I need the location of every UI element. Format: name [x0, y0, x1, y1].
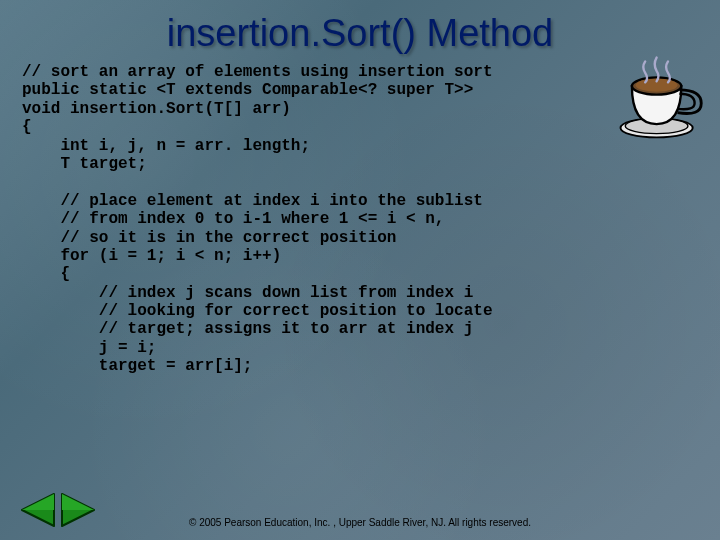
prev-arrow-icon[interactable] — [14, 490, 58, 530]
copyright-footer: © 2005 Pearson Education, Inc. , Upper S… — [0, 517, 720, 528]
slide-title: insertion.Sort() Method — [0, 0, 720, 63]
next-arrow-icon[interactable] — [58, 490, 102, 530]
code-content: // sort an array of elements using inser… — [0, 63, 720, 376]
